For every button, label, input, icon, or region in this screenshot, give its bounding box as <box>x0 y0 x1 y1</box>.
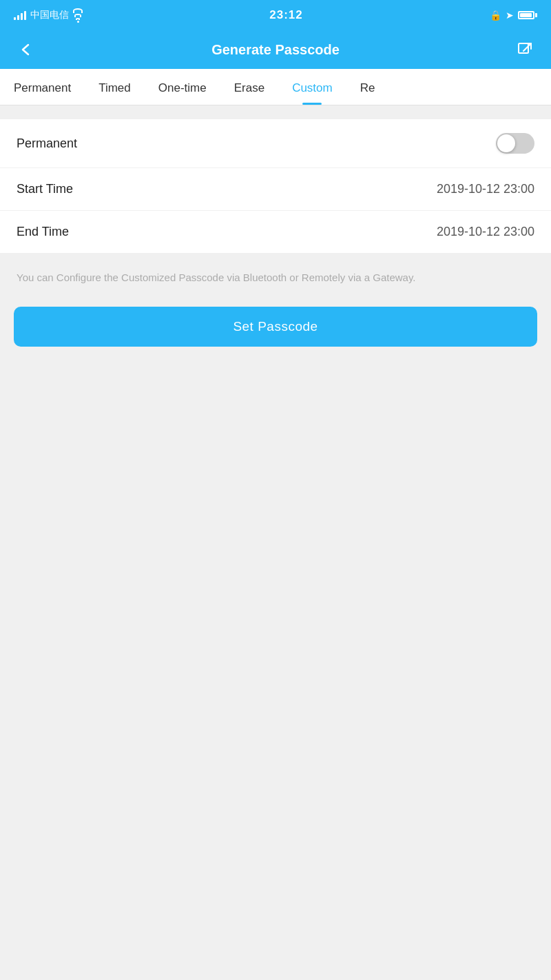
carrier-label: 中国电信 <box>30 9 69 21</box>
start-time-label: Start Time <box>17 182 73 196</box>
start-time-value: 2019-10-12 23:00 <box>437 182 534 196</box>
set-passcode-button[interactable]: Set Passcode <box>14 307 537 347</box>
back-button[interactable] <box>14 37 39 62</box>
permanent-row: Permanent <box>0 119 551 168</box>
header: Generate Passcode <box>0 30 551 69</box>
tab-one-time[interactable]: One-time <box>145 69 220 105</box>
end-time-label: End Time <box>17 225 69 239</box>
end-time-row[interactable]: End Time 2019-10-12 23:00 <box>0 211 551 253</box>
tab-permanent[interactable]: Permanent <box>0 69 85 105</box>
tab-re[interactable]: Re <box>346 69 389 105</box>
status-right: 🔒 ➤ <box>490 10 537 21</box>
tab-bar: Permanent Timed One-time Erase Custom Re <box>0 69 551 105</box>
permanent-toggle[interactable] <box>496 133 534 154</box>
start-time-row[interactable]: Start Time 2019-10-12 23:00 <box>0 168 551 211</box>
set-passcode-wrap: Set Passcode <box>0 300 551 367</box>
lock-icon: 🔒 <box>490 10 501 21</box>
location-icon: ➤ <box>506 10 514 21</box>
tab-erase[interactable]: Erase <box>220 69 278 105</box>
settings-card: Permanent Start Time 2019-10-12 23:00 En… <box>0 119 551 253</box>
tab-timed[interactable]: Timed <box>85 69 145 105</box>
end-time-value: 2019-10-12 23:00 <box>437 225 534 239</box>
page-title: Generate Passcode <box>39 42 512 58</box>
description-text: You can Configure the Customized Passcod… <box>0 253 551 300</box>
tab-custom[interactable]: Custom <box>278 69 346 105</box>
status-time: 23:12 <box>269 8 302 22</box>
wifi-icon <box>73 8 83 23</box>
content: Permanent Start Time 2019-10-12 23:00 En… <box>0 119 551 367</box>
permanent-label: Permanent <box>17 136 77 151</box>
status-left: 中国电信 <box>14 8 83 23</box>
battery-icon <box>518 11 537 19</box>
status-bar: 中国电信 23:12 🔒 ➤ <box>0 0 551 30</box>
signal-icon <box>14 10 26 20</box>
share-button[interactable] <box>512 37 537 62</box>
svg-line-1 <box>523 43 531 51</box>
